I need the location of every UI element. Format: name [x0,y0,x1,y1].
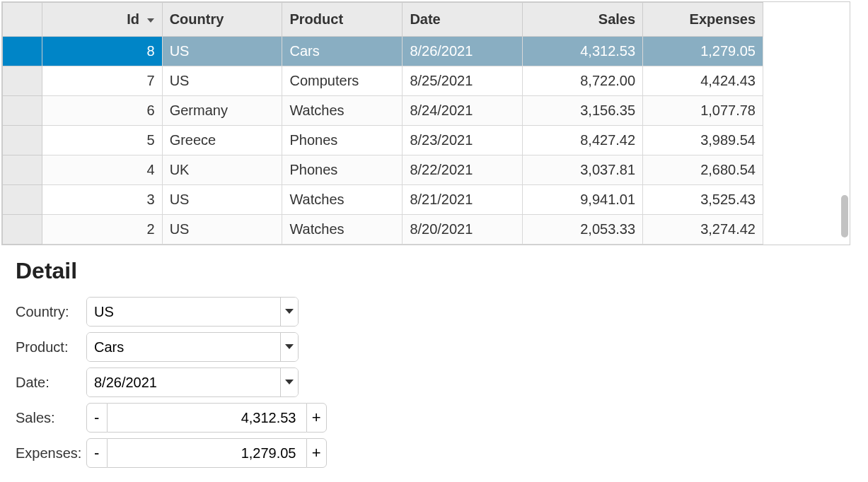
grid-cell[interactable]: US [162,37,282,66]
row-header-cell[interactable] [3,155,42,185]
grid-cell[interactable]: 4,312.53 [523,37,643,66]
detail-row-product: Product: [16,332,852,362]
grid-cell[interactable]: 8,722.00 [523,66,643,96]
grid-cell[interactable]: 4,424.43 [643,66,763,96]
expenses-increment-button[interactable]: + [306,438,328,468]
product-input[interactable] [87,333,280,361]
sales-stepper: - + [86,403,327,433]
table-row[interactable]: 2USWatches8/20/20212,053.333,274.42 [3,215,763,245]
table-row[interactable]: 5GreecePhones8/23/20218,427.423,989.54 [3,126,763,155]
grid-cell[interactable]: 3 [42,185,162,215]
product-combobox[interactable] [86,332,299,362]
country-dropdown-button[interactable] [280,298,298,326]
chevron-down-icon [284,307,294,317]
detail-row-date: Date: [16,368,852,397]
grid-table: Id Country Product Date Sales Expenses 8… [2,2,763,245]
grid-cell[interactable]: 8/26/2021 [403,37,523,66]
grid-cell[interactable]: 3,037.81 [523,155,643,185]
column-header-expenses[interactable]: Expenses [643,3,763,37]
product-dropdown-button[interactable] [280,333,298,361]
grid-cell[interactable]: 2 [42,215,162,245]
grid-cell[interactable]: US [162,215,282,245]
column-header-sales[interactable]: Sales [523,3,643,37]
country-input[interactable] [87,298,280,326]
grid-cell[interactable]: 3,525.43 [643,185,763,215]
grid-cell[interactable]: 5 [42,126,162,155]
grid-cell[interactable]: 8,427.42 [523,126,643,155]
sales-input[interactable] [108,403,306,433]
row-header-cell[interactable] [3,126,42,155]
column-header-country[interactable]: Country [162,3,282,37]
vertical-scrollbar[interactable] [837,4,848,243]
row-header-cell[interactable] [3,185,42,215]
table-row[interactable]: 3USWatches8/21/20219,941.013,525.43 [3,185,763,215]
table-row[interactable]: 4UKPhones8/22/20213,037.812,680.54 [3,155,763,185]
column-header-product[interactable]: Product [282,3,403,37]
table-row[interactable]: 8USCars8/26/20214,312.531,279.05 [3,37,763,66]
country-combobox[interactable] [86,297,299,327]
date-combobox[interactable] [86,368,299,397]
row-header-cell[interactable] [3,66,42,96]
grid-header-row: Id Country Product Date Sales Expenses [3,3,763,37]
grid-cell[interactable]: 1,279.05 [643,37,763,66]
detail-row-expenses: Expenses: - + [16,438,852,468]
row-header-cell[interactable] [3,215,42,245]
label-date: Date: [16,375,86,391]
chevron-down-icon [284,377,294,388]
grid-cell[interactable]: Watches [282,96,403,126]
grid-cell[interactable]: 4 [42,155,162,185]
detail-panel: Detail Country: Product: Date: Sales: [0,247,868,482]
grid-cell[interactable]: 8/23/2021 [403,126,523,155]
grid-cell[interactable]: UK [162,155,282,185]
grid-cell[interactable]: 2,053.33 [523,215,643,245]
grid-cell[interactable]: 8/25/2021 [403,66,523,96]
grid-cell[interactable]: Germany [162,96,282,126]
scrollbar-thumb[interactable] [841,195,848,237]
grid-cell[interactable]: 1,077.78 [643,96,763,126]
detail-row-country: Country: [16,297,852,327]
data-grid: Id Country Product Date Sales Expenses 8… [1,1,850,245]
grid-cell[interactable]: 3,989.54 [643,126,763,155]
grid-cell[interactable]: Watches [282,215,403,245]
grid-cell[interactable]: 9,941.01 [523,185,643,215]
grid-cell[interactable]: 8/24/2021 [403,96,523,126]
grid-cell[interactable]: 8/22/2021 [403,155,523,185]
row-header-cell[interactable] [3,37,42,66]
table-row[interactable]: 7USComputers8/25/20218,722.004,424.43 [3,66,763,96]
grid-cell[interactable]: Cars [282,37,403,66]
detail-row-sales: Sales: - + [16,403,852,433]
label-product: Product: [16,339,86,355]
detail-title: Detail [16,258,852,284]
grid-cell[interactable]: Phones [282,126,403,155]
column-header-id-label: Id [127,11,139,27]
grid-cell[interactable]: US [162,185,282,215]
date-dropdown-button[interactable] [280,368,298,396]
date-input[interactable] [87,368,280,396]
grid-row-header-column[interactable] [3,3,42,37]
grid-cell[interactable]: 8/20/2021 [403,215,523,245]
row-header-cell[interactable] [3,96,42,126]
table-row[interactable]: 6GermanyWatches8/24/20213,156.351,077.78 [3,96,763,126]
grid-cell[interactable]: Computers [282,66,403,96]
label-sales: Sales: [16,410,86,426]
grid-cell[interactable]: 3,156.35 [523,96,643,126]
grid-cell[interactable]: US [162,66,282,96]
grid-cell[interactable]: 7 [42,66,162,96]
expenses-input[interactable] [108,438,306,468]
sales-increment-button[interactable]: + [306,403,328,433]
sort-desc-icon [146,17,155,24]
grid-cell[interactable]: 3,274.42 [643,215,763,245]
grid-cell[interactable]: 2,680.54 [643,155,763,185]
grid-cell[interactable]: Phones [282,155,403,185]
grid-cell[interactable]: 6 [42,96,162,126]
expenses-stepper: - + [86,438,327,468]
grid-cell[interactable]: 8/21/2021 [403,185,523,215]
grid-cell[interactable]: 8 [42,37,162,66]
label-country: Country: [16,304,86,320]
grid-cell[interactable]: Watches [282,185,403,215]
column-header-id[interactable]: Id [42,3,162,37]
sales-decrement-button[interactable]: - [86,403,108,433]
grid-cell[interactable]: Greece [162,126,282,155]
column-header-date[interactable]: Date [403,3,523,37]
expenses-decrement-button[interactable]: - [86,438,108,468]
